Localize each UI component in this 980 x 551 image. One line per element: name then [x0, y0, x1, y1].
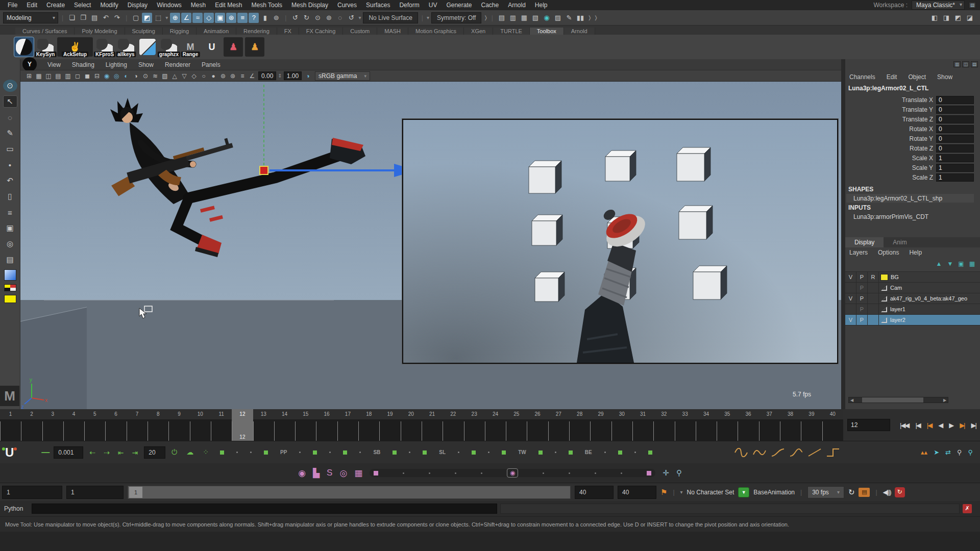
- viewport-menu-item[interactable]: Renderer: [159, 61, 196, 68]
- frame-cell[interactable]: 38 38: [780, 409, 801, 441]
- shelf-tab[interactable]: MASH: [377, 28, 408, 35]
- layer-visibility-toggle[interactable]: V: [845, 293, 856, 304]
- attribute-value-field[interactable]: 0: [936, 106, 974, 114]
- layer-name[interactable]: ak47_rig_v0_4_beta:ak47_geo: [889, 295, 967, 302]
- scroll-right-icon[interactable]: ▶: [942, 398, 948, 403]
- layer-name[interactable]: layer2: [889, 317, 905, 323]
- move-layer-down-icon[interactable]: ▼: [947, 260, 953, 267]
- frame-cell[interactable]: 23 23: [464, 409, 485, 441]
- layer-display-type[interactable]: [868, 304, 879, 314]
- key-strip-item[interactable]: BE: [585, 449, 592, 455]
- attribute-label[interactable]: Translate Z: [845, 116, 936, 123]
- attribute-label[interactable]: Rotate X: [845, 126, 936, 133]
- isolate-select-icon[interactable]: ●: [209, 71, 218, 81]
- frame-cell[interactable]: 33 33: [675, 409, 696, 441]
- object-details-icon[interactable]: ≡: [238, 71, 247, 81]
- output-connection-icon[interactable]: ↻: [301, 13, 311, 23]
- key-strip-item[interactable]: [502, 450, 506, 455]
- menu-item[interactable]: Edit Mesh: [210, 2, 247, 9]
- menu-item[interactable]: Mesh Display: [287, 2, 333, 9]
- input-connection-icon[interactable]: ↺: [290, 13, 300, 23]
- redo-icon[interactable]: ↷: [112, 13, 122, 23]
- shelf-tab[interactable]: Rigging: [163, 28, 197, 35]
- frame-cell[interactable]: 39 39: [801, 409, 822, 441]
- frame-cell[interactable]: 6 6: [105, 409, 126, 441]
- lasso-tool-icon[interactable]: ◌: [3, 111, 17, 123]
- shape-node-name[interactable]: Luna3p:legArmor02_L_CTL_shp: [853, 195, 942, 202]
- s-curve-icon[interactable]: S: [327, 468, 332, 478]
- snap-projected-center-icon[interactable]: ◇: [204, 13, 214, 23]
- frame-cell[interactable]: 16 16: [316, 409, 337, 441]
- gradient-swatch[interactable]: [4, 269, 16, 281]
- layer-playback-toggle[interactable]: P: [856, 293, 868, 304]
- input-node-name[interactable]: Luna3p:armorPrimVis_CDT: [853, 213, 928, 220]
- frame-cell[interactable]: 20 20: [401, 409, 422, 441]
- play-forwards-button[interactable]: ▶: [947, 421, 954, 429]
- select-tool-icon[interactable]: ↖: [3, 95, 17, 108]
- command-language-label[interactable]: Python: [4, 505, 29, 512]
- layer-visibility-toggle[interactable]: V: [845, 315, 856, 325]
- textured-icon[interactable]: ◐: [121, 71, 131, 81]
- shelf-tab[interactable]: Sculpting: [125, 28, 163, 35]
- new-scene-icon[interactable]: ❏: [67, 13, 77, 23]
- frame-cell[interactable]: 29 29: [590, 409, 611, 441]
- layer-scrollbar[interactable]: ◀ ▶: [848, 397, 948, 403]
- range-slider[interactable]: 1: [128, 486, 571, 499]
- snap-grid-icon[interactable]: ⊕: [170, 13, 180, 23]
- channel-box-menu-item[interactable]: Channels: [849, 73, 875, 81]
- key-strip-item[interactable]: [538, 450, 543, 455]
- key-strip-item[interactable]: SL: [439, 449, 446, 455]
- menu-item[interactable]: Create: [42, 2, 69, 9]
- layer-display-type[interactable]: [868, 315, 879, 325]
- script-editor-error-icon[interactable]: ✗: [963, 504, 972, 513]
- layer-editor-tab[interactable]: Anim: [884, 237, 916, 247]
- frame-cell[interactable]: 21 21: [422, 409, 443, 441]
- shelf-item[interactable]: ♟: [245, 37, 264, 57]
- frame-cell[interactable]: 40 40: [822, 409, 843, 441]
- frame-cell[interactable]: 22 22: [443, 409, 463, 441]
- scroll-left-icon[interactable]: ◀: [849, 398, 855, 403]
- key-strip-item[interactable]: [618, 450, 622, 455]
- tween-slider[interactable]: ◉: [370, 469, 655, 477]
- character-pose-icon[interactable]: ⚲: [957, 448, 962, 456]
- attribute-label[interactable]: Translate Y: [845, 106, 936, 113]
- symmetry-chevron[interactable]: ▾: [427, 15, 429, 20]
- launch-render-icon[interactable]: ▨: [553, 13, 563, 23]
- plugin-shapes-icon[interactable]: ⊚: [218, 71, 228, 81]
- film-gate-icon[interactable]: ▦: [34, 71, 43, 81]
- frame-cell[interactable]: 3 3: [42, 409, 63, 441]
- key-strip-item[interactable]: [250, 452, 252, 453]
- layer-display-type[interactable]: [868, 293, 879, 304]
- channel-box-menu-item[interactable]: Show: [937, 73, 952, 81]
- menu-item[interactable]: Generate: [442, 2, 476, 9]
- safe-action-icon[interactable]: ◻: [73, 71, 82, 81]
- view-transform-dropdown[interactable]: sRGB gamma ▾: [315, 71, 370, 81]
- viewport-menu-item[interactable]: Show: [133, 61, 159, 68]
- key-strip-item[interactable]: [604, 452, 606, 453]
- frame-cell[interactable]: 37 37: [759, 409, 780, 441]
- layer-row[interactable]: V P ak47_rig_v0_4_beta:ak47_geo: [845, 293, 980, 304]
- attribute-value-field[interactable]: 1: [936, 154, 974, 162]
- viewport-canvas[interactable]: y x z: [20, 82, 841, 409]
- shift-keys-left-icon[interactable]: ⇤: [116, 448, 126, 457]
- layer-editor-tab[interactable]: Display: [845, 237, 884, 247]
- menu-item[interactable]: Edit: [22, 2, 42, 9]
- prev-key-icon[interactable]: ⇠: [87, 448, 97, 457]
- lights-icon[interactable]: ◑: [131, 71, 140, 81]
- shelf-item[interactable]: allkeys: [116, 37, 136, 57]
- delete-tool-icon[interactable]: ▯: [3, 190, 17, 203]
- frame-cell[interactable]: 2 2: [21, 409, 42, 441]
- camera2-tool-icon[interactable]: ◎: [3, 238, 17, 250]
- character-set-selector[interactable]: No Character Set: [687, 489, 734, 496]
- key-strip-item[interactable]: [634, 452, 636, 453]
- menu-set-selector[interactable]: Modeling: [3, 12, 58, 23]
- attribute-value-field[interactable]: 1: [936, 173, 974, 182]
- viewport-menu-item[interactable]: Lighting: [100, 61, 133, 68]
- shelf-item[interactable]: KeySyn: [36, 37, 55, 57]
- menu-item[interactable]: Mesh: [186, 2, 210, 9]
- frame-cell[interactable]: 11 11: [211, 409, 232, 441]
- pose-egg-icon[interactable]: ◉: [298, 468, 306, 479]
- key-strip[interactable]: PPSBSLTWBE: [220, 449, 730, 455]
- layer-editor-menu-item[interactable]: Help: [909, 249, 922, 256]
- go-to-end-button[interactable]: ▶|: [970, 421, 977, 429]
